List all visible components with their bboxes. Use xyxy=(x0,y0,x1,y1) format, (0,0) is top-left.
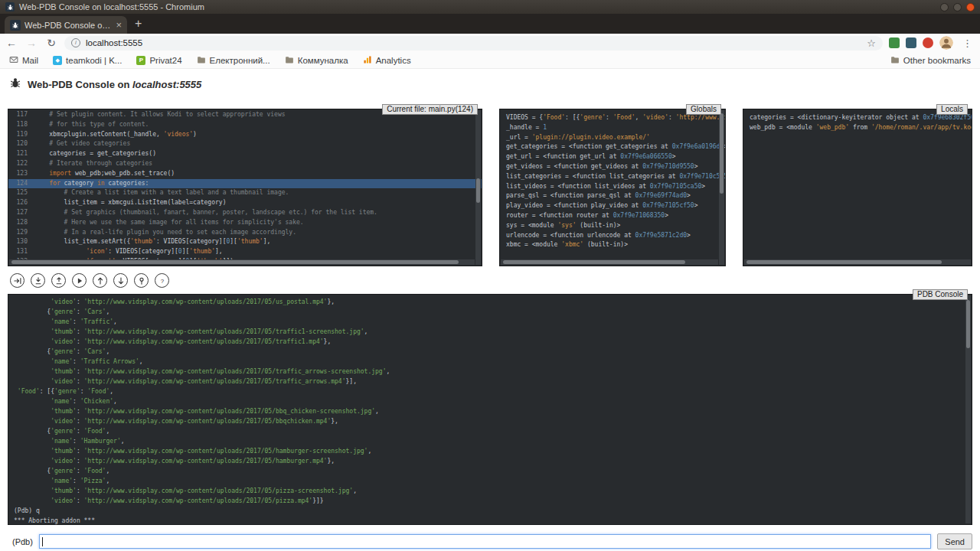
text-segment: 'http://www.vidsplay.com/wp-content/uplo… xyxy=(84,408,376,415)
text-segment xyxy=(14,298,51,305)
down-button[interactable] xyxy=(113,273,128,288)
bookmark-privat24[interactable]: P Privat24 xyxy=(136,56,181,65)
text-segment: : xyxy=(77,428,84,435)
text-segment: (Pdb) q xyxy=(14,507,40,514)
minimize-button[interactable] xyxy=(940,3,949,11)
text-segment xyxy=(14,378,51,385)
help-button[interactable]: ? xyxy=(155,273,169,288)
text-segment: : xyxy=(77,418,84,425)
text-line: _url = 'plugin://plugin.video.example/' xyxy=(506,133,725,143)
text-segment: 0x7f9e6a0196d0 xyxy=(672,143,724,150)
text-segment: , xyxy=(375,408,379,415)
text-segment: 'Food' xyxy=(18,388,40,395)
continue-button[interactable] xyxy=(72,273,87,288)
text-segment: sys = <module xyxy=(506,222,557,229)
text-segment: , xyxy=(368,448,371,455)
console-vertical-scrollbar[interactable] xyxy=(965,295,971,523)
bookmark-analytics[interactable]: Analytics xyxy=(363,55,411,66)
text-segment: router = <function router at xyxy=(506,212,613,219)
browser-tab[interactable]: Web-PDB Console on localhost:5555 × xyxy=(5,16,127,34)
text-segment xyxy=(14,358,51,365)
text-line: 'name': 'Chicken', xyxy=(14,396,972,406)
text-segment: ][ xyxy=(182,248,190,255)
code-line: 120 # Get video categories xyxy=(8,139,482,149)
bookmark-star-icon[interactable]: ☆ xyxy=(867,37,876,49)
privat24-favicon: P xyxy=(136,56,145,65)
bookmark-label: Analytics xyxy=(376,56,411,65)
extension-icon-1[interactable] xyxy=(889,37,900,48)
step-out-icon xyxy=(54,276,64,285)
bookmark-mail[interactable]: Mail xyxy=(9,55,38,66)
text-segment: 'name' xyxy=(51,398,73,405)
text-segment: , xyxy=(635,114,643,121)
text-line: list_videos = <function list_videos at 0… xyxy=(506,182,725,192)
text-segment: : xyxy=(73,438,80,445)
send-button[interactable]: Send xyxy=(937,533,972,549)
text-segment xyxy=(14,497,51,504)
text-line: get_categories = <function get_categorie… xyxy=(506,142,725,152)
extension-icon-3[interactable] xyxy=(923,37,933,48)
text-segment: 'http://www.vidspla xyxy=(676,114,725,121)
analytics-icon xyxy=(363,55,372,66)
extension-icon-2[interactable] xyxy=(906,37,916,48)
text-segment: , xyxy=(353,487,357,494)
new-tab-button[interactable]: + xyxy=(127,17,149,34)
globals-chip: Globals xyxy=(686,104,721,115)
profile-avatar[interactable] xyxy=(939,36,953,50)
tab-close-icon[interactable]: × xyxy=(116,20,122,30)
text-segment: 'thumb' xyxy=(51,408,77,415)
text-segment: 'http://www.vidsplay.com/wp-content/uplo… xyxy=(84,298,328,305)
reload-button[interactable]: ↻ xyxy=(44,37,58,48)
text-segment xyxy=(34,170,49,177)
text-segment: 'http://www.vidsplay.com/wp-content/uplo… xyxy=(84,487,354,494)
up-button[interactable] xyxy=(93,273,107,288)
next-icon xyxy=(13,276,22,285)
bookmark-teamkodi[interactable]: ◆ teamkodi | K... xyxy=(53,56,122,65)
bookmark-folder-kommunalka[interactable]: Коммуналка xyxy=(285,55,348,66)
pdb-command-input[interactable] xyxy=(39,534,931,549)
text-line: 'Food': [{'genre': 'Food', xyxy=(14,386,972,396)
locals-horizontal-scrollbar[interactable] xyxy=(744,259,971,265)
code-line: 121 categories = get_categories() xyxy=(8,149,482,159)
where-button[interactable] xyxy=(134,273,149,288)
text-segment: import xyxy=(49,170,71,177)
other-bookmarks-button[interactable]: Other bookmarks xyxy=(890,55,971,66)
maximize-button[interactable] xyxy=(953,3,962,11)
text-segment: : xyxy=(77,458,84,465)
text-segment: 'http://www.vidsplay.com/wp-content/uplo… xyxy=(84,448,368,455)
text-segment xyxy=(14,398,51,405)
text-line: play_video = <function play_video at 0x7… xyxy=(506,201,725,211)
text-line: 'video': 'http://www.vidsplay.com/wp-con… xyxy=(14,496,972,506)
next-button[interactable] xyxy=(10,273,24,288)
globals-horizontal-scrollbar[interactable] xyxy=(501,259,718,265)
other-bookmarks-label: Other bookmarks xyxy=(903,56,971,65)
text-segment: 'http://www.vidsplay.com/wp-content/uplo… xyxy=(84,378,346,385)
code-vertical-scrollbar[interactable] xyxy=(475,110,481,265)
step-into-button[interactable] xyxy=(31,273,45,288)
code-horizontal-scrollbar[interactable] xyxy=(9,259,475,265)
text-segment: 'genre' xyxy=(580,114,606,121)
globals-vertical-scrollbar[interactable] xyxy=(719,110,724,265)
text-line: list_categories = <function list_categor… xyxy=(506,172,725,182)
address-bar[interactable]: i localhost:5555 ☆ xyxy=(64,36,883,51)
text-segment: ) xyxy=(193,131,197,138)
browser-menu-button[interactable]: ⋮ xyxy=(959,37,975,49)
text-segment: : xyxy=(77,448,84,455)
text-segment: 0x7f9e7105cf50 xyxy=(642,202,694,209)
close-button[interactable] xyxy=(966,3,975,11)
text-segment: : VIDEOS[category][ xyxy=(108,248,178,255)
text-line: parse_qsl = <function parse_qsl at 0x7f9… xyxy=(506,191,725,201)
bookmark-folder-electronic[interactable]: Електронний... xyxy=(197,55,270,66)
back-button[interactable]: ← xyxy=(5,37,18,48)
current-file-chip: Current file: main.py(124) xyxy=(382,104,478,115)
site-info-icon[interactable]: i xyxy=(71,38,80,47)
bookmark-label: Коммуналка xyxy=(298,56,348,65)
text-segment: 'genre' xyxy=(51,348,77,355)
text-segment: > xyxy=(665,212,668,219)
forward-button[interactable]: → xyxy=(24,37,38,48)
text-segment: in xyxy=(97,180,105,187)
step-out-button[interactable] xyxy=(51,273,66,288)
text-segment: 'Chicken' xyxy=(80,398,113,405)
text-segment: { xyxy=(14,308,51,315)
text-line: 'video': 'http://www.vidsplay.com/wp-con… xyxy=(14,377,972,386)
